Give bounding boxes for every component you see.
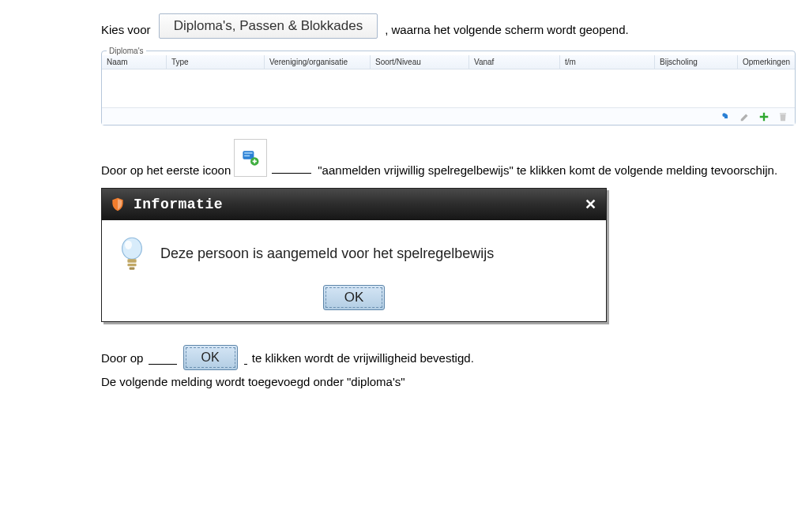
info-dialog: Informatie ✕ Deze persoon is aangeme [101, 188, 607, 322]
dialog-titlebar: Informatie ✕ [102, 189, 606, 220]
dialog-ok-button[interactable]: OK [323, 285, 386, 310]
diplomas-legend: Diploma's [107, 47, 146, 55]
col-opmerkingen: Opmerkingen [738, 55, 795, 69]
lightbulb-icon [118, 238, 146, 269]
col-type: Type [167, 55, 265, 69]
line2-quoted: "aanmelden vrijwillig spelregelbewijs" [318, 163, 513, 177]
line3-before: Door op [101, 350, 147, 368]
register-spelregelbewijs-icon[interactable] [234, 139, 267, 177]
svg-rect-2 [244, 152, 253, 154]
diplomas-toolbar [102, 107, 795, 125]
col-tm: t/m [560, 55, 655, 69]
inline-ok-button[interactable]: OK [183, 345, 238, 370]
line4-text: De volgende melding wordt toegevoegd ond… [101, 373, 785, 392]
diploma-add-icon[interactable] [758, 111, 769, 122]
svg-rect-9 [130, 267, 135, 269]
line2-before: Door op het eerste icoon [101, 163, 231, 177]
diplomas-table-header: Naam Type Vereniging/organisatie Soort/N… [102, 55, 795, 69]
diplomas-panel: Diploma's Naam Type Vereniging/organisat… [101, 47, 796, 126]
intro-text-before: Kies voor [101, 21, 154, 39]
svg-point-0 [722, 113, 726, 117]
svg-rect-3 [244, 155, 250, 157]
svg-rect-8 [127, 263, 136, 265]
dialog-title-text: Informatie [134, 197, 223, 212]
dialog-close-button[interactable]: ✕ [585, 196, 597, 213]
tab-diplomas-passen-blokkades[interactable]: Diploma's, Passen & Blokkades [159, 13, 378, 39]
col-soort-niveau: Soort/Niveau [371, 55, 469, 69]
col-bijscholing: Bijscholing [655, 55, 738, 69]
col-vereniging: Vereniging/organisatie [265, 55, 371, 69]
svg-rect-7 [127, 259, 136, 263]
svg-point-5 [122, 238, 142, 259]
col-naam: Naam [102, 55, 167, 69]
diploma-edit-icon[interactable] [739, 111, 751, 122]
intro-text-after: , waarna het volgende scherm wordt geope… [385, 21, 629, 39]
shield-icon [110, 196, 126, 213]
svg-point-6 [125, 240, 132, 249]
diploma-delete-icon[interactable] [777, 111, 788, 122]
line2-tail: te klikken komt de volgende melding tevo… [514, 163, 777, 177]
diplomas-table-body [102, 69, 795, 107]
col-vanaf: Vanaf [469, 55, 560, 69]
diploma-tag-icon[interactable] [721, 111, 732, 122]
icon-underline [272, 173, 311, 174]
dialog-message: Deze persoon is aangemeld voor het spelr… [160, 245, 494, 262]
line3-after: te klikken wordt de vrijwilligheid beves… [249, 350, 474, 368]
